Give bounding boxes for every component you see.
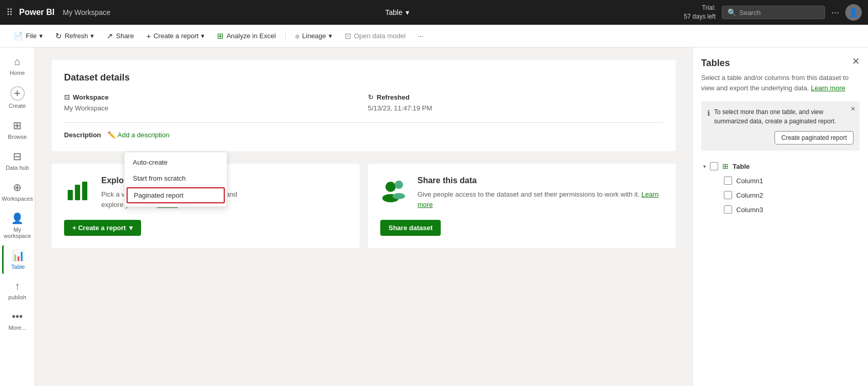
create-report-button[interactable]: + Create a report ▾ (141, 29, 210, 43)
table-tree: ▾ ⊞ Table Column1 Column2 Column3 (701, 159, 860, 217)
sidebar-label-publish: publish (8, 294, 26, 300)
sidebar-item-publish[interactable]: ↑ publish (2, 276, 33, 304)
topbar-more-button[interactable]: ··· (831, 7, 839, 18)
share-icon-wrap (380, 176, 409, 205)
card-actions-share: Share dataset (380, 220, 663, 236)
refresh-chevron-icon: ▾ (90, 32, 94, 40)
content-area: Dataset details ⊡ Workspace My Workspace… (35, 47, 692, 386)
toolbar-separator (285, 31, 286, 41)
grid-icon[interactable]: ⠿ (6, 7, 13, 18)
create-report-dropdown-menu: Auto-create Start from scratch Paginated… (124, 152, 227, 207)
chevron-down-icon: ▾ (406, 8, 409, 17)
workspace-icon: ⊡ (64, 93, 70, 101)
search-icon: 🔍 (727, 8, 736, 17)
refresh-label: Refresh (65, 32, 88, 40)
sidebar-item-home[interactable]: ⌂ Home (2, 52, 33, 80)
share-data-card: Share this data Give people access to th… (368, 164, 676, 248)
dataset-section: Dataset details ⊡ Workspace My Workspace… (52, 60, 676, 151)
table-chevron-icon: ▾ (703, 164, 706, 169)
section-title: Dataset details (64, 72, 663, 83)
info-box-close-button[interactable]: ✕ (850, 105, 856, 112)
add-description-button[interactable]: ✏️ Add a description (107, 131, 169, 139)
table-dropdown-button[interactable]: Table ▾ (385, 8, 409, 17)
sidebar-item-browse[interactable]: ⊞ Browse (2, 115, 33, 144)
analyze-excel-button[interactable]: ⊞ Analyze in Excel (212, 29, 281, 43)
share-dataset-button[interactable]: Share dataset (380, 220, 441, 236)
panel-description: Select a table and/or columns from this … (701, 73, 860, 93)
card-header-share: Share this data Give people access to th… (380, 176, 663, 210)
sidebar-label-home: Home (10, 70, 25, 76)
sidebar-label-workspaces: Workspaces (2, 196, 33, 202)
open-data-model-button[interactable]: ⊡ Open data model (339, 29, 411, 43)
sidebar-item-workspaces[interactable]: ⊕ Workspaces (2, 177, 33, 206)
info-icon: ℹ (707, 108, 710, 119)
column3-checkbox[interactable] (724, 205, 732, 214)
dropdown-item-start-scratch[interactable]: Start from scratch (125, 170, 227, 186)
panel-close-button[interactable]: ✕ (852, 56, 860, 67)
refresh-button[interactable]: ↻ Refresh ▾ (50, 29, 100, 43)
column3-label: Column3 (736, 206, 763, 214)
browse-icon: ⊞ (13, 119, 22, 132)
file-button[interactable]: 📄 File ▾ (8, 29, 48, 43)
description-label: Description (64, 131, 101, 139)
home-icon: ⌂ (14, 56, 20, 68)
table-checkbox[interactable] (710, 162, 718, 170)
publish-icon: ↑ (15, 280, 20, 292)
avatar[interactable]: 👤 (845, 4, 862, 21)
toolbar-more-button[interactable]: ··· (413, 29, 429, 42)
file-label: File (26, 32, 37, 40)
sidebar-label-myworkspace: My workspace (4, 227, 31, 239)
myworkspace-icon: 👤 (11, 212, 24, 224)
open-data-model-label: Open data model (354, 32, 406, 40)
panel-title: Tables (701, 58, 860, 69)
panel-learn-more-link[interactable]: Learn more (811, 84, 845, 92)
cards-area: Explore this data Pick a visualization o… (52, 164, 676, 248)
sidebar: ⌂ Home + Create ⊞ Browse ⊟ Data hub ⊕ Wo… (0, 47, 35, 386)
info-box-header: ℹ To select more than one table, and vie… (707, 107, 854, 126)
svg-rect-2 (82, 182, 87, 200)
search-input[interactable] (739, 9, 817, 17)
column-row-0: Column1 (701, 173, 860, 188)
share-dataset-btn-label: Share dataset (389, 224, 432, 232)
sidebar-item-datahub[interactable]: ⊟ Data hub (2, 146, 33, 175)
excel-icon: ⊞ (217, 31, 224, 41)
search-box[interactable]: 🔍 (722, 6, 825, 19)
sidebar-item-create[interactable]: + Create (2, 82, 33, 113)
refresh-icon: ↻ (55, 31, 62, 41)
refreshed-value: 5/13/23, 11:47:19 PM (368, 104, 663, 112)
brand-label: Power BI (19, 8, 54, 17)
share-icon: ↗ (106, 31, 113, 41)
column1-checkbox[interactable] (724, 176, 732, 185)
dropdown-item-paginated[interactable]: Paginated report (127, 187, 225, 203)
details-grid: ⊡ Workspace My Workspace ↻ Refreshed 5/1… (64, 93, 663, 123)
table-tree-header[interactable]: ▾ ⊞ Table (701, 159, 860, 173)
svg-rect-1 (75, 185, 80, 200)
dropdown-item-auto-create[interactable]: Auto-create (125, 154, 227, 170)
lineage-icon: ⟐ (295, 31, 300, 40)
workspace-detail: ⊡ Workspace My Workspace (64, 93, 360, 112)
sidebar-label-browse: Browse (8, 134, 27, 140)
create-icon: + (146, 31, 151, 40)
svg-point-6 (393, 193, 405, 199)
refreshed-label: ↻ Refreshed (368, 93, 663, 101)
edit-icon: ✏️ (107, 131, 116, 139)
chart-icon-wrap (64, 176, 93, 205)
data-model-icon: ⊡ (345, 31, 351, 41)
lineage-button[interactable]: ⟐ Lineage ▾ (290, 29, 337, 43)
main-layout: ⌂ Home + Create ⊞ Browse ⊟ Data hub ⊕ Wo… (0, 47, 868, 386)
sidebar-label-more: More... (8, 325, 26, 331)
create-report-dropdown-button[interactable]: + Create a report ▾ (64, 220, 141, 236)
sidebar-item-table[interactable]: 📊 Table (2, 245, 33, 274)
sidebar-item-more[interactable]: ••• More... (2, 307, 33, 335)
file-icon: 📄 (13, 31, 23, 41)
create-report-card: Explore this data Pick a visualization o… (52, 164, 360, 248)
create-icon: + (10, 86, 25, 101)
trial-line1: Trial: (684, 4, 716, 12)
column1-label: Column1 (736, 177, 763, 185)
sidebar-item-myworkspace[interactable]: 👤 My workspace (2, 208, 33, 243)
column2-checkbox[interactable] (724, 191, 732, 199)
card-actions-create: + Create a report ▾ (64, 220, 347, 236)
card-content-share: Share this data Give people access to th… (417, 176, 663, 210)
create-paginated-report-button[interactable]: Create paginated report (774, 131, 854, 144)
share-button[interactable]: ↗ Share (101, 29, 139, 43)
